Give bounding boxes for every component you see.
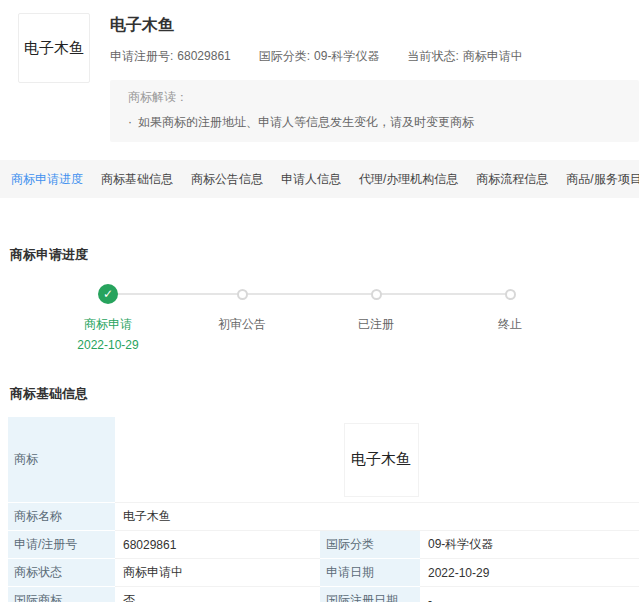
- trademark-logo-text: 电子木鱼: [24, 39, 84, 58]
- step-terminated: 终止: [443, 284, 577, 352]
- application-progress-stepper: ✓ 商标申请 2022-10-29 初审公告 已注册 终止: [41, 284, 577, 352]
- tab-process-info[interactable]: 商标流程信息: [467, 171, 557, 188]
- table-label-apply-date: 申请日期: [320, 559, 420, 587]
- tab-application-progress[interactable]: 商标申请进度: [2, 171, 92, 188]
- step-circle-icon: [505, 289, 516, 300]
- step-registered: 已注册: [309, 284, 443, 352]
- step-label: 商标申请: [84, 316, 132, 333]
- trademark-notice-box: 商标解读： 如果商标的注册地址、申请人等信息发生变化，请及时变更商标: [110, 80, 639, 142]
- meta-current-status: 当前状态:商标申请中: [407, 48, 522, 65]
- table-value-intl-class: 09-科学仪器: [420, 531, 639, 559]
- table-label-intl-class: 国际分类: [320, 531, 420, 559]
- tab-bar: 商标申请进度 商标基础信息 商标公告信息 申请人信息 代理/办理机构信息 商标流…: [0, 160, 639, 198]
- table-label-status: 商标状态: [8, 559, 115, 587]
- tab-applicant-info[interactable]: 申请人信息: [272, 171, 350, 188]
- trademark-image-text: 电子木鱼: [351, 450, 411, 469]
- meta-value: 09-科学仪器: [314, 49, 379, 63]
- step-trademark-application: ✓ 商标申请 2022-10-29: [41, 284, 175, 352]
- notice-title: 商标解读：: [128, 89, 627, 106]
- trademark-image: 电子木鱼: [344, 423, 419, 497]
- meta-value: 商标申请中: [463, 49, 523, 63]
- trademark-meta-row: 申请注册号:68029861 国际分类:09-科学仪器 当前状态:商标申请中: [110, 48, 639, 65]
- notice-item: 如果商标的注册地址、申请人等信息发生变化，请及时变更商标: [128, 114, 627, 131]
- step-circle-icon: [237, 289, 248, 300]
- trademark-logo-image: 电子木鱼: [18, 13, 90, 83]
- progress-section-heading: 商标申请进度: [10, 246, 639, 264]
- table-label-name: 商标名称: [8, 503, 115, 531]
- table-label-reg-number: 申请/注册号: [8, 531, 115, 559]
- basic-info-section-heading: 商标基础信息: [10, 385, 639, 403]
- tab-announcement-info[interactable]: 商标公告信息: [182, 171, 272, 188]
- step-circle-icon: [371, 289, 382, 300]
- meta-label: 申请注册号:: [110, 49, 173, 63]
- tab-agency-info[interactable]: 代理/办理机构信息: [350, 171, 467, 188]
- step-preliminary-publication: 初审公告: [175, 284, 309, 352]
- tab-goods-services[interactable]: 商品/服务项目: [557, 171, 639, 188]
- step-label: 终止: [498, 316, 522, 333]
- basic-info-table: 商标 电子木鱼 商标名称 电子木鱼 申请/注册号 68029861 国际分类 0…: [8, 417, 639, 602]
- meta-international-class: 国际分类:09-科学仪器: [259, 48, 380, 65]
- page-title: 电子木鱼: [110, 13, 639, 36]
- table-value-trademark: 电子木鱼: [115, 417, 639, 503]
- table-value-intl-reg-date: -: [420, 587, 639, 602]
- step-label: 初审公告: [218, 316, 266, 333]
- page-header: 电子木鱼 电子木鱼 申请注册号:68029861 国际分类:09-科学仪器 当前…: [0, 0, 639, 142]
- table-value-intl-trademark: 否: [115, 587, 320, 602]
- step-label: 已注册: [358, 316, 394, 333]
- meta-label: 当前状态:: [407, 49, 458, 63]
- table-value-apply-date: 2022-10-29: [420, 559, 639, 587]
- table-label-trademark: 商标: [8, 417, 115, 503]
- table-value-name: 电子木鱼: [115, 503, 639, 531]
- meta-label: 国际分类:: [259, 49, 310, 63]
- check-icon: ✓: [98, 284, 118, 304]
- table-value-status: 商标申请中: [115, 559, 320, 587]
- meta-application-number: 申请注册号:68029861: [110, 48, 231, 65]
- step-date: 2022-10-29: [77, 338, 138, 352]
- tab-basic-info[interactable]: 商标基础信息: [92, 171, 182, 188]
- meta-value: 68029861: [177, 49, 230, 63]
- table-label-intl-trademark: 国际商标: [8, 587, 115, 602]
- table-label-intl-reg-date: 国际注册日期: [320, 587, 420, 602]
- table-value-reg-number: 68029861: [115, 531, 320, 559]
